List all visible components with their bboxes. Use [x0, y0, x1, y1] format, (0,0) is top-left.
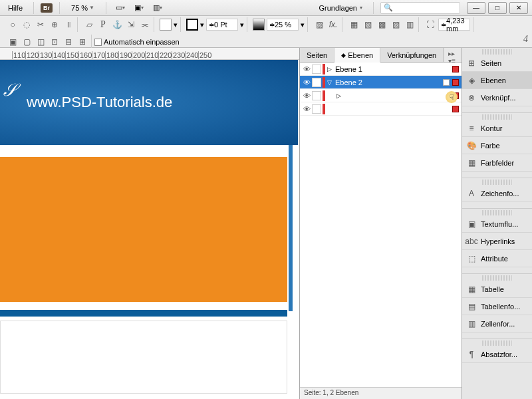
view-options-icon[interactable]: ▭▾: [113, 1, 128, 15]
rail-item-verknpf[interactable]: ⊗Verknüpf...: [462, 89, 532, 106]
link-icon[interactable]: ⫘: [139, 19, 151, 31]
rail-item-farbfelder[interactable]: ▦Farbfelder: [462, 154, 532, 172]
white-box[interactable]: [0, 321, 287, 394]
panel-tabs: Seiten ◆Ebenen Verknüpfungen ▸▸ ▾≡: [300, 48, 462, 63]
autofit-checkbox[interactable]: Automatisch einpassen: [94, 38, 180, 46]
tab-layers[interactable]: ◆Ebenen: [334, 48, 380, 63]
rail-label: Zeichenfo...: [481, 190, 519, 198]
lock-box[interactable]: [312, 65, 321, 74]
stroke-swatch[interactable]: [186, 19, 198, 31]
fill-swatch[interactable]: [160, 19, 172, 31]
scissors-icon[interactable]: ✂: [35, 19, 47, 31]
separator: [106, 2, 106, 14]
search-field[interactable]: [393, 4, 460, 12]
tab-links[interactable]: Verknüpfungen: [380, 48, 444, 62]
panel-grip[interactable]: [482, 49, 512, 55]
expand-icon[interactable]: ▷: [327, 66, 334, 72]
layer-row[interactable]: 👁▷Ebene 1: [300, 63, 462, 76]
rail-item-seiten[interactable]: ⊞Seiten: [462, 55, 532, 72]
panel-grip[interactable]: [482, 210, 512, 215]
fit4-icon[interactable]: ⊡: [49, 36, 61, 48]
screen-mode-icon[interactable]: ▣▾: [132, 1, 146, 15]
wrap5-icon[interactable]: ▥: [404, 19, 416, 31]
anchor-icon[interactable]: ⚓: [111, 19, 123, 31]
rail-item-zellenfor[interactable]: ▥Zellenfor...: [462, 315, 532, 332]
select-chip[interactable]: [452, 66, 459, 72]
rect-dotted-icon[interactable]: ▱: [83, 19, 95, 31]
panel-grip[interactable]: [482, 275, 512, 281]
panel-collapse-icon[interactable]: ▸▸ ▾≡: [444, 48, 462, 62]
document-canvas[interactable]: 1101201301401501601701801902002102202302…: [0, 48, 299, 399]
dotted-ellipse-icon[interactable]: ◌: [21, 19, 33, 31]
rail-item-tabelle[interactable]: ▦Tabelle: [462, 281, 532, 298]
separator: [373, 2, 374, 14]
wrap2-icon[interactable]: ▧: [362, 19, 374, 31]
visibility-icon[interactable]: 👁: [301, 64, 312, 74]
opacity-input[interactable]: ≑ 25 %: [267, 19, 299, 31]
rail-item-zeichenfo[interactable]: AZeichenfo...: [462, 185, 532, 202]
close-button[interactable]: ✕: [509, 2, 528, 14]
p-icon[interactable]: P: [97, 19, 109, 31]
fit1-icon[interactable]: ▣: [7, 36, 19, 48]
rail-item-textumflu[interactable]: ▣Textumflu...: [462, 215, 532, 233]
effects-icon[interactable]: ▨: [313, 19, 325, 31]
rail-item-ebenen[interactable]: ◈Ebenen: [462, 72, 532, 89]
wrap4-icon[interactable]: ▨: [390, 19, 402, 31]
fit6-icon[interactable]: ⊞: [76, 36, 88, 48]
maximize-button[interactable]: □: [488, 2, 507, 14]
wrap-icon[interactable]: ▦: [348, 19, 360, 31]
layer-row[interactable]: 👁▷☟: [300, 89, 462, 102]
crop-icon[interactable]: ⛶: [424, 19, 436, 31]
fit5-icon[interactable]: ⊟: [63, 36, 74, 48]
rail-item-farbe[interactable]: 🎨Farbe: [462, 137, 532, 154]
select-chip[interactable]: [452, 106, 459, 112]
panel-grip[interactable]: [482, 340, 512, 346]
scale-icon[interactable]: ⇲: [125, 19, 137, 31]
logo-icon: 𝒮: [3, 80, 15, 100]
stroke-weight-input[interactable]: ≑ 0 Pt: [206, 19, 238, 31]
fit2-icon[interactable]: ▢: [21, 36, 33, 48]
blue-strip[interactable]: [0, 310, 287, 317]
panel-grip[interactable]: [482, 114, 512, 120]
lock-box[interactable]: [312, 91, 321, 100]
fit3-icon[interactable]: ◫: [35, 36, 47, 48]
help-menu[interactable]: Hilfe: [4, 4, 27, 12]
search-input[interactable]: 🔍: [380, 2, 460, 14]
layers-status: Seite: 1, 2 Ebenen: [300, 387, 462, 399]
rail-item-absatzfor[interactable]: ¶Absatzfor...: [462, 346, 532, 363]
layer-row[interactable]: 👁▽Ebene 2: [300, 76, 462, 89]
gradient-swatch[interactable]: [253, 19, 265, 31]
visibility-icon[interactable]: 👁: [301, 104, 312, 114]
rail-item-attribute[interactable]: ⬚Attribute: [462, 250, 532, 267]
rail-icon: abc: [466, 236, 477, 247]
expand-icon[interactable]: ▷: [336, 92, 343, 99]
orange-rectangle[interactable]: [0, 157, 287, 302]
layer-row[interactable]: 👁: [300, 102, 462, 116]
workspace-selector[interactable]: Grundlagen ▾: [315, 4, 367, 12]
compass-icon[interactable]: ⊕: [49, 19, 61, 31]
minimize-button[interactable]: —: [467, 2, 485, 14]
distribute-icon[interactable]: ⫴: [63, 19, 74, 31]
ellipse-icon[interactable]: ○: [7, 19, 19, 31]
tab-pages[interactable]: Seiten: [300, 48, 334, 62]
expand-toolbar-icon[interactable]: 4: [523, 34, 528, 45]
rail-item-hyperlinks[interactable]: abcHyperlinks: [462, 233, 532, 250]
search-icon: 🔍: [384, 3, 393, 12]
lock-box[interactable]: [312, 78, 321, 87]
frame-size-input[interactable]: ≑ 4,233 mm: [438, 19, 470, 31]
rail-item-tabellenfo[interactable]: ▤Tabellenfo...: [462, 298, 532, 315]
arrange-icon[interactable]: ▥▾: [150, 1, 165, 15]
rail-item-kontur[interactable]: ≡Kontur: [462, 120, 532, 137]
visibility-icon[interactable]: 👁: [301, 77, 312, 88]
wrap3-icon[interactable]: ▩: [376, 19, 388, 31]
bridge-icon[interactable]: Br: [41, 3, 53, 13]
header-block[interactable]: 𝒮 www.PSD-Tutorials.de: [0, 60, 298, 145]
fx-icon[interactable]: fx.: [327, 19, 339, 31]
ruler-tick: 120: [25, 51, 39, 59]
lock-box[interactable]: [312, 104, 321, 114]
zoom-selector[interactable]: 75 % ▼: [66, 2, 99, 14]
expand-icon[interactable]: ▽: [327, 79, 334, 86]
panel-grip[interactable]: [482, 180, 512, 185]
visibility-icon[interactable]: 👁: [301, 90, 312, 101]
select-chip[interactable]: [452, 79, 459, 86]
